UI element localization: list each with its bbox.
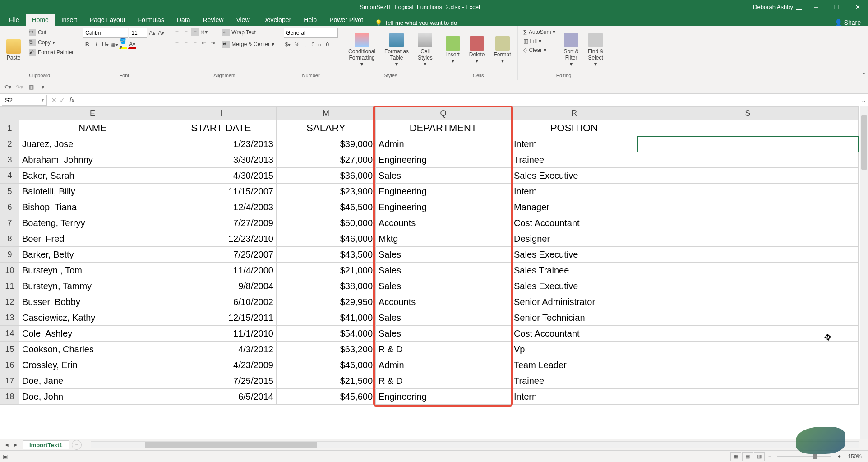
insert-cells-button[interactable]: Insert▾ — [443, 28, 463, 72]
cell[interactable]: $46,500 — [277, 199, 376, 215]
hscroll-thumb[interactable] — [145, 442, 317, 448]
cell[interactable]: Abraham, Johnny — [19, 152, 166, 168]
cell[interactable]: Casciewicz, Kathy — [19, 310, 166, 326]
cell[interactable]: DEPARTMENT — [376, 120, 511, 136]
cell[interactable]: Cost Accountant — [511, 215, 637, 231]
increase-decimal-button[interactable]: .0→ — [311, 41, 319, 49]
cell[interactable]: Accounts — [376, 215, 511, 231]
row-header[interactable]: 1 — [0, 120, 19, 136]
cell[interactable]: START DATE — [166, 120, 277, 136]
cell[interactable]: Sales — [376, 310, 511, 326]
cell[interactable]: Boateng, Terryy — [19, 215, 166, 231]
indent-icon[interactable]: ⇥ — [209, 39, 217, 47]
row-header[interactable]: 18 — [0, 389, 19, 405]
qat-extra-button[interactable]: ▥ — [27, 83, 35, 91]
cell[interactable]: 11/4/2000 — [166, 263, 277, 278]
col-header-S[interactable]: S — [637, 107, 859, 120]
format-cells-button[interactable]: Format▾ — [491, 28, 514, 72]
row-header[interactable]: 15 — [0, 342, 19, 357]
align-bottom-icon[interactable]: ≡ — [191, 28, 199, 36]
cell[interactable]: Sales — [376, 168, 511, 184]
autosum-button[interactable]: ∑ AutoSum ▾ — [522, 28, 558, 36]
cell[interactable]: 11/15/2007 — [166, 184, 277, 199]
cell[interactable]: $46,000 — [277, 231, 376, 247]
cell[interactable] — [637, 231, 859, 247]
clear-button[interactable]: ◇ Clear ▾ — [522, 46, 558, 54]
cell[interactable]: Senior Administrator — [511, 294, 637, 310]
sort-filter-button[interactable]: Sort & Filter▾ — [561, 28, 581, 72]
row-header[interactable]: 9 — [0, 247, 19, 263]
row-header[interactable]: 7 — [0, 215, 19, 231]
expand-formula-bar-icon[interactable]: ⌄ — [859, 96, 868, 104]
name-box-dropdown-icon[interactable]: ▾ — [42, 97, 44, 102]
sheet-nav-prev-icon[interactable]: ◄ — [3, 441, 11, 449]
minimize-button[interactable]: ─ — [806, 0, 826, 14]
cell[interactable]: Engineering — [376, 199, 511, 215]
cell[interactable]: Engineering — [376, 184, 511, 199]
cell[interactable]: Intern — [511, 389, 637, 405]
cell[interactable]: Barker, Betty — [19, 247, 166, 263]
close-button[interactable]: ✕ — [847, 0, 868, 14]
cell[interactable] — [637, 184, 859, 199]
cell[interactable]: Sales Executive — [511, 278, 637, 294]
cell[interactable]: Crossley, Erin — [19, 357, 166, 373]
delete-cells-button[interactable]: Delete▾ — [466, 28, 488, 72]
bold-button[interactable]: B — [83, 41, 91, 49]
cell[interactable]: Intern — [511, 136, 637, 152]
format-as-table-button[interactable]: Format as Table▾ — [382, 28, 411, 72]
cell[interactable]: Cole, Ashley — [19, 326, 166, 342]
row-header[interactable]: 8 — [0, 231, 19, 247]
tellme-box[interactable]: 💡 Tell me what you want to do — [369, 19, 462, 26]
cell[interactable]: Juarez, Jose — [19, 136, 166, 152]
cell[interactable]: Team Leader — [511, 357, 637, 373]
cell[interactable]: 4/3/2012 — [166, 342, 277, 357]
normal-view-button[interactable]: ▦ — [730, 452, 741, 461]
row-header[interactable]: 11 — [0, 278, 19, 294]
cell[interactable] — [637, 215, 859, 231]
shrink-font-icon[interactable]: A▾ — [157, 29, 165, 37]
cell[interactable]: POSITION — [511, 120, 637, 136]
sheet-tab-active[interactable]: ImportText1 — [23, 440, 69, 449]
currency-button[interactable]: $▾ — [284, 41, 292, 49]
cell[interactable]: Sales — [376, 278, 511, 294]
cell-styles-button[interactable]: Cell Styles▾ — [415, 28, 435, 72]
worksheet-grid[interactable]: E I M Q R S 1 NAME START DATE SALARY DEP… — [0, 106, 859, 405]
number-format-select[interactable] — [284, 28, 338, 38]
cell[interactable]: $21,500 — [277, 373, 376, 389]
grid-area[interactable]: E I M Q R S 1 NAME START DATE SALARY DEP… — [0, 106, 868, 439]
col-header-E[interactable]: E — [19, 107, 166, 120]
cell[interactable]: 11/1/2010 — [166, 326, 277, 342]
undo-button[interactable]: ↶▾ — [4, 83, 12, 91]
cell[interactable]: 4/30/2015 — [166, 168, 277, 184]
scrollbar-thumb[interactable] — [861, 116, 867, 170]
col-header-M[interactable]: M — [277, 107, 376, 120]
add-sheet-button[interactable]: ＋ — [72, 440, 82, 450]
outdent-icon[interactable]: ⇤ — [200, 39, 208, 47]
cell[interactable]: $54,000 — [277, 326, 376, 342]
orientation-icon[interactable]: ⤭▾ — [200, 28, 208, 36]
row-header[interactable]: 6 — [0, 199, 19, 215]
cell[interactable] — [637, 357, 859, 373]
cut-button[interactable]: ✂Cut — [27, 28, 75, 37]
page-break-view-button[interactable]: ▥ — [754, 452, 765, 461]
tab-data[interactable]: Data — [171, 14, 197, 26]
paste-button[interactable]: Paste — [4, 28, 23, 72]
cell[interactable] — [637, 294, 859, 310]
cell[interactable]: Admin — [376, 357, 511, 373]
font-color-button[interactable]: A▾ — [128, 41, 136, 49]
cell[interactable]: 4/23/2009 — [166, 357, 277, 373]
cell[interactable]: Doe, John — [19, 389, 166, 405]
align-center-icon[interactable]: ≡ — [182, 39, 190, 47]
record-macro-icon[interactable]: ▣ — [3, 453, 8, 460]
cell[interactable]: R & D — [376, 342, 511, 357]
merge-center-button[interactable]: ⬌Merge & Center ▾ — [221, 40, 276, 49]
qat-customize-button[interactable]: ▾ — [39, 83, 47, 91]
zoom-slider[interactable] — [777, 456, 831, 457]
cell[interactable]: $43,500 — [277, 247, 376, 263]
cell[interactable]: 6/10/2002 — [166, 294, 277, 310]
format-painter-button[interactable]: 🖌Format Painter — [27, 48, 75, 57]
cell[interactable]: Senior Technician — [511, 310, 637, 326]
cell[interactable]: Engineering — [376, 152, 511, 168]
zoom-in-button[interactable]: + — [835, 453, 843, 461]
row-header[interactable]: 10 — [0, 263, 19, 278]
